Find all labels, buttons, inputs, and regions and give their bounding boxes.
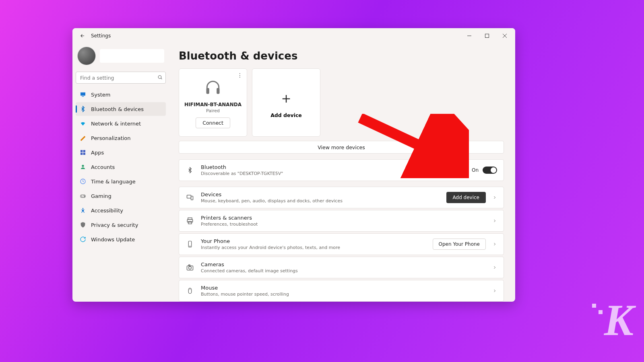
sidebar-item-label: Accounts [91, 164, 115, 170]
row-subtitle: Mouse, keyboard, pen, audio, displays an… [201, 198, 440, 204]
row-action-button[interactable]: Add device [446, 192, 486, 203]
bluetooth-title: Bluetooth [201, 164, 465, 170]
settings-window: Settings Syst [72, 28, 515, 302]
svg-rect-2 [80, 93, 85, 96]
apps-icon [80, 149, 86, 156]
chevron-right-icon [492, 264, 497, 272]
sidebar-item-label: Personalization [91, 135, 131, 141]
svg-rect-0 [485, 34, 489, 38]
svg-rect-4 [80, 150, 83, 152]
main-content[interactable]: Bluetooth & devices ⋮ HIFIMAN-BT-ANANDA … [169, 43, 515, 302]
maximize-button[interactable] [478, 29, 496, 42]
sidebar-item-time[interactable]: Time & language [76, 175, 166, 188]
row-title: Printers & scanners [201, 215, 486, 221]
chevron-right-icon [492, 287, 497, 295]
sidebar-item-update[interactable]: Windows Update [76, 232, 166, 246]
sidebar-item-apps[interactable]: Apps [76, 146, 166, 159]
svg-rect-7 [83, 153, 85, 155]
device-tiles: ⋮ HIFIMAN-BT-ANANDA Paired Connect ＋ Add… [179, 68, 504, 137]
sidebar-item-system[interactable]: System [76, 88, 166, 101]
row-printer[interactable]: Printers & scannersPreferences, troubles… [179, 210, 504, 232]
avatar [77, 47, 96, 65]
sidebar-item-label: Time & language [91, 179, 136, 185]
nav-list: SystemBluetooth & devicesNetwork & inter… [76, 88, 166, 246]
row-title: Cameras [201, 261, 486, 267]
account-header[interactable] [76, 45, 166, 69]
connect-button[interactable]: Connect [196, 117, 230, 128]
row-phone[interactable]: Your PhoneInstantly access your Android … [179, 233, 504, 255]
minimize-button[interactable] [460, 29, 478, 42]
sidebar-item-label: Gaming [91, 193, 111, 199]
sidebar-item-bluetooth[interactable]: Bluetooth & devices [76, 102, 166, 116]
bluetooth-icon [186, 167, 194, 173]
add-device-label: Add device [270, 112, 302, 118]
svg-rect-17 [191, 196, 193, 200]
bluetooth-state-label: On [472, 167, 479, 173]
watermark: K [604, 295, 632, 346]
maximize-icon [485, 34, 489, 38]
close-button[interactable] [496, 29, 514, 42]
svg-point-8 [82, 165, 84, 167]
sidebar-item-label: Windows Update [91, 237, 135, 243]
row-devices[interactable]: DevicesMouse, keyboard, pen, audio, disp… [179, 187, 504, 208]
arrow-left-icon [80, 33, 85, 39]
bluetooth-toggle[interactable]: On [472, 167, 497, 174]
row-mouse[interactable]: MouseButtons, mouse pointer speed, scrol… [179, 280, 504, 302]
account-name-placeholder [100, 49, 164, 63]
page-title: Bluetooth & devices [179, 50, 504, 62]
update-icon [80, 236, 86, 243]
gaming-icon [80, 193, 86, 199]
svg-rect-3 [82, 96, 84, 97]
sidebar-item-gaming[interactable]: Gaming [76, 189, 166, 203]
svg-rect-6 [80, 153, 83, 155]
add-device-tile[interactable]: ＋ Add device [252, 68, 320, 137]
row-title: Your Phone [201, 238, 426, 244]
device-tile[interactable]: ⋮ HIFIMAN-BT-ANANDA Paired Connect [179, 68, 247, 137]
wifi-icon [80, 120, 86, 127]
row-subtitle: Instantly access your Android device's p… [201, 245, 426, 250]
bluetooth-row: Bluetooth Discoverable as "DESKTOP-TGKTE… [179, 159, 504, 181]
camera-icon [186, 263, 194, 272]
sidebar-item-label: Accessibility [91, 208, 123, 214]
personalize-icon [80, 135, 86, 141]
svg-point-12 [84, 196, 85, 197]
plus-icon: ＋ [279, 88, 293, 108]
sidebar-item-accessibility[interactable]: Accessibility [76, 204, 166, 217]
row-subtitle: Buttons, mouse pointer speed, scrolling [201, 292, 486, 297]
view-more-devices[interactable]: View more devices [179, 141, 504, 154]
svg-rect-14 [206, 88, 209, 94]
sidebar-item-accounts[interactable]: Accounts [76, 160, 166, 174]
sidebar-item-label: Apps [91, 150, 104, 156]
sidebar-item-wifi[interactable]: Network & internet [76, 117, 166, 130]
sidebar-item-personalize[interactable]: Personalization [76, 131, 166, 145]
printer-icon [186, 217, 194, 225]
close-icon [503, 34, 507, 38]
sidebar-item-label: Privacy & security [91, 222, 138, 228]
svg-rect-16 [187, 195, 191, 198]
sidebar-item-privacy[interactable]: Privacy & security [76, 218, 166, 232]
window-controls [460, 29, 514, 42]
window-body: SystemBluetooth & devicesNetwork & inter… [72, 43, 515, 302]
app-title: Settings [91, 33, 111, 39]
chevron-right-icon [492, 217, 497, 225]
chevron-right-icon [492, 194, 497, 202]
svg-point-22 [190, 246, 190, 247]
row-camera[interactable]: CamerasConnected cameras, default image … [179, 257, 504, 278]
chevron-right-icon [492, 241, 497, 248]
sidebar-item-label: Bluetooth & devices [91, 106, 144, 112]
titlebar: Settings [72, 28, 515, 43]
search-input[interactable] [76, 72, 166, 84]
device-more-button[interactable]: ⋮ [237, 72, 243, 78]
settings-rows: DevicesMouse, keyboard, pen, audio, disp… [179, 187, 504, 302]
bluetooth-icon [80, 106, 86, 112]
accessibility-icon [80, 207, 86, 214]
device-status: Paired [206, 108, 220, 113]
back-button[interactable] [76, 30, 89, 42]
row-action-button[interactable]: Open Your Phone [433, 239, 486, 250]
toggle-switch[interactable] [483, 167, 497, 174]
accounts-icon [80, 164, 86, 170]
sidebar-item-label: System [91, 92, 110, 98]
headphones-icon [204, 77, 222, 98]
sidebar: SystemBluetooth & devicesNetwork & inter… [72, 43, 169, 302]
bluetooth-subtitle: Discoverable as "DESKTOP-TGKTE5V" [201, 171, 465, 176]
